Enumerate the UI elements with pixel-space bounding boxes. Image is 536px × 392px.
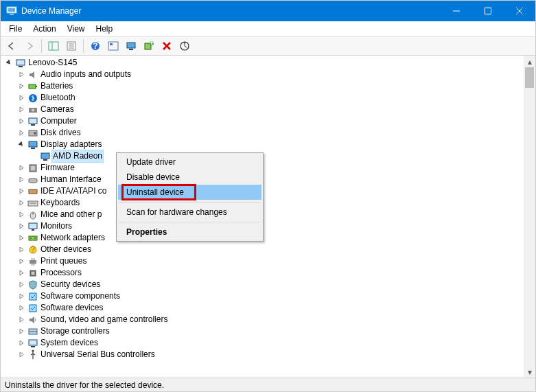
tree-node[interactable]: Sound, video and game controllers: [1, 314, 524, 325]
maximize-button[interactable]: [472, 1, 504, 21]
tree-node[interactable]: Display adapters: [1, 139, 524, 150]
expand-icon[interactable]: [16, 293, 27, 299]
menu-item-update-driver[interactable]: Update driver: [118, 154, 261, 170]
show-hidden-button[interactable]: [105, 38, 121, 54]
expand-icon[interactable]: [16, 316, 27, 323]
expand-icon[interactable]: [16, 235, 27, 241]
expand-icon[interactable]: [16, 95, 27, 101]
svg-rect-57: [31, 264, 35, 266]
expand-icon[interactable]: [16, 130, 27, 136]
cpu-icon: [27, 268, 39, 279]
svg-rect-26: [19, 66, 23, 67]
expand-icon[interactable]: [16, 83, 27, 89]
minimize-button[interactable]: [441, 1, 472, 21]
tree-node[interactable]: Software components: [1, 290, 524, 302]
back-button[interactable]: [3, 38, 20, 54]
tree-node[interactable]: Batteries: [1, 80, 524, 92]
tree-node[interactable]: Disk drives: [1, 127, 524, 139]
svg-rect-60: [30, 293, 36, 300]
expand-icon[interactable]: [16, 200, 27, 206]
network-icon: [27, 233, 39, 244]
collapse-icon[interactable]: [3, 60, 14, 66]
menu-item-scan-for-hardware-changes[interactable]: Scan for hardware changes: [118, 205, 261, 220]
speaker-icon: [27, 69, 39, 80]
tree-node[interactable]: Security devices: [1, 279, 524, 290]
tree-node[interactable]: Universal Serial Bus controllers: [1, 349, 524, 360]
menu-item-uninstall-device[interactable]: Uninstall device: [118, 185, 261, 200]
tree-node[interactable]: Bluetooth: [1, 92, 524, 104]
properties-button[interactable]: [63, 38, 80, 54]
tree-node-label: Bluetooth: [39, 92, 77, 104]
tree-node[interactable]: Audio inputs and outputs: [1, 69, 524, 80]
expand-icon[interactable]: [16, 106, 27, 113]
tree-node-label: IDE ATA/ATAPI co: [39, 185, 108, 197]
vertical-scrollbar[interactable]: ▴ ▾: [524, 56, 535, 378]
close-button[interactable]: [504, 1, 535, 21]
expand-icon[interactable]: [16, 71, 27, 78]
tree-node[interactable]: Processors: [1, 267, 524, 279]
help-button[interactable]: ?: [87, 38, 104, 54]
tree-node-label: Keyboards: [39, 197, 81, 209]
software-icon: [27, 291, 39, 302]
expand-icon[interactable]: [16, 328, 27, 334]
storage-icon: [27, 326, 39, 337]
software-icon: [27, 303, 39, 314]
expand-icon[interactable]: [16, 351, 27, 358]
tree-node[interactable]: Print queues: [1, 255, 524, 267]
tree-node-label: Audio inputs and outputs: [39, 69, 132, 80]
uninstall-button[interactable]: [159, 38, 175, 54]
statusbar: Uninstalls the driver for the selected d…: [1, 378, 535, 391]
tree-node[interactable]: Computer: [1, 115, 524, 127]
firmware-icon: [27, 163, 39, 174]
expand-icon[interactable]: [16, 165, 27, 171]
svg-rect-15: [108, 42, 118, 50]
menu-item-disable-device[interactable]: Disable device: [118, 170, 261, 185]
forward-button[interactable]: [21, 38, 38, 54]
tree-node[interactable]: Lenovo-S145: [1, 57, 524, 69]
ide-icon: [27, 186, 39, 197]
tree-node-label: Print queues: [39, 255, 88, 267]
svg-point-52: [34, 238, 36, 239]
tree-node[interactable]: Software devices: [1, 302, 524, 314]
menu-action[interactable]: Action: [27, 23, 61, 35]
expand-icon[interactable]: [16, 305, 27, 311]
monitor-icon: [27, 221, 39, 232]
disk-icon: [27, 128, 39, 139]
scroll-down-arrow[interactable]: ▾: [524, 366, 535, 378]
separator: [41, 39, 42, 53]
scan-hardware-button[interactable]: [176, 38, 193, 54]
svg-point-35: [34, 132, 36, 135]
tree-node[interactable]: ?Other devices: [1, 244, 524, 255]
context-menu: Update driverDisable deviceUninstall dev…: [116, 152, 264, 242]
scroll-up-arrow[interactable]: ▴: [524, 56, 535, 67]
collapse-icon[interactable]: [16, 141, 27, 148]
menu-help[interactable]: Help: [91, 23, 119, 35]
separator: [83, 39, 84, 53]
update-driver-button[interactable]: [123, 38, 139, 54]
tree-node[interactable]: Storage controllers: [1, 325, 524, 337]
menu-file[interactable]: File: [3, 23, 27, 35]
add-legacy-hardware-button[interactable]: +: [141, 38, 157, 54]
svg-text:?: ?: [31, 244, 36, 254]
device-manager-icon: [6, 5, 17, 16]
mouse-icon: [27, 209, 39, 220]
menu-view[interactable]: View: [62, 23, 91, 35]
expand-icon[interactable]: [16, 223, 27, 229]
expand-icon[interactable]: [16, 118, 27, 124]
expand-icon[interactable]: [16, 270, 27, 276]
expand-icon[interactable]: [16, 281, 27, 288]
expand-icon[interactable]: [16, 176, 27, 183]
tree-node-label: Cameras: [39, 104, 75, 115]
menu-item-properties[interactable]: Properties: [118, 224, 261, 240]
expand-icon[interactable]: [16, 211, 27, 218]
scroll-thumb[interactable]: [525, 67, 534, 88]
tree-node[interactable]: System devices: [1, 337, 524, 349]
svg-rect-48: [29, 223, 37, 229]
expand-icon[interactable]: [16, 188, 27, 194]
tree-node[interactable]: Cameras: [1, 104, 524, 115]
expand-icon[interactable]: [16, 246, 27, 253]
expand-icon[interactable]: [16, 340, 27, 346]
show-hide-console-tree-button[interactable]: [45, 38, 62, 54]
expand-icon[interactable]: [16, 258, 27, 264]
display-icon: [27, 139, 39, 150]
